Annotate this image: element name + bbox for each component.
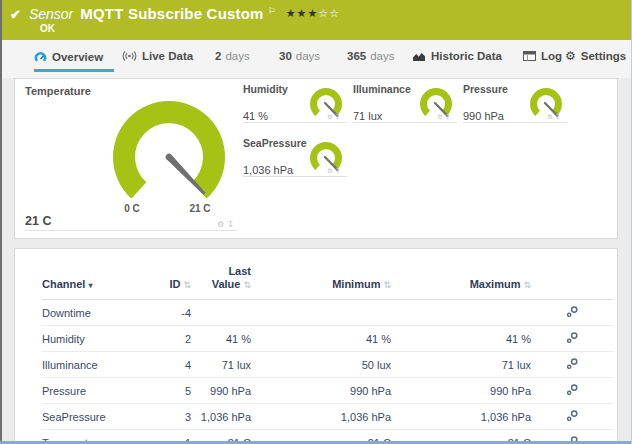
divider: [243, 122, 347, 123]
channel-settings-icon[interactable]: [566, 305, 579, 318]
channel-maximum: [391, 300, 531, 326]
table-header-row: Channel▾ ID⇅ LastValue⇅ Minimum⇅ Maximum…: [42, 265, 613, 300]
tab-label: 2: [215, 50, 221, 62]
gear-icon[interactable]: ⚙: [437, 113, 445, 121]
divider: [353, 122, 457, 123]
gauge-title: Temperature: [25, 85, 91, 97]
tab-historic-data[interactable]: Historic Data: [412, 50, 502, 62]
status-ok-check-icon: ✔: [10, 7, 21, 22]
channel-minimum: 1,036 hPa: [251, 404, 391, 430]
panel-actions[interactable]: ⚙↧: [547, 114, 562, 121]
gauge-title: SeaPressure: [243, 137, 307, 149]
download-icon[interactable]: ↧: [335, 167, 342, 175]
panel-actions[interactable]: ⚙↧: [437, 114, 452, 121]
priority-rating[interactable]: ★★★☆☆: [286, 7, 340, 20]
channel-settings-icon[interactable]: [566, 357, 579, 370]
sensor-overview-page: ✔ Sensor MQTT Subscribe Custom ⚐ ★★★☆☆ O…: [0, 0, 632, 444]
tab-suffix: days: [225, 50, 249, 62]
gear-icon[interactable]: ⚙: [217, 220, 227, 229]
tab-bar: Overview Live Data 2 days 30 days 365 da…: [2, 40, 632, 78]
tab-365-days[interactable]: 365 days: [347, 50, 394, 62]
gauge-icon: [34, 50, 47, 63]
area-chart-icon: [412, 51, 426, 62]
channel-last-value: 990 hPa: [191, 378, 251, 404]
panel-actions[interactable]: ⚙↧: [327, 168, 342, 175]
tab-live-data[interactable]: Live Data: [122, 50, 193, 62]
gauge-title: Humidity: [243, 83, 288, 95]
channel-minimum: 41 %: [251, 326, 391, 352]
channel-settings-icon[interactable]: [566, 383, 579, 396]
channel-last-value: 71 lux: [191, 352, 251, 378]
divider: [463, 122, 567, 123]
column-header-actions: [531, 265, 613, 300]
download-icon[interactable]: ↧: [227, 220, 237, 229]
gauge-title: Pressure: [463, 83, 508, 95]
tab-label: 365: [347, 50, 366, 62]
divider: [243, 176, 347, 177]
tab-2-days[interactable]: 2 days: [215, 50, 250, 62]
column-header-maximum[interactable]: Maximum⇅: [391, 265, 531, 300]
tab-log[interactable]: Log: [523, 50, 562, 62]
star-empty-icon[interactable]: ☆☆: [318, 7, 340, 19]
channel-name: Illuminance: [42, 352, 152, 378]
sensor-header: ✔ Sensor MQTT Subscribe Custom ⚐ ★★★☆☆ O…: [0, 0, 632, 40]
gear-icon[interactable]: ⚙: [327, 113, 335, 121]
table-row[interactable]: Illuminance 4 71 lux 50 lux 71 lux: [42, 352, 613, 378]
tab-label: Settings: [581, 50, 626, 62]
gauge-title: Illuminance: [353, 83, 411, 95]
channel-name: SeaPressure: [42, 404, 152, 430]
download-icon[interactable]: ↧: [555, 113, 562, 121]
table-row[interactable]: Downtime -4: [42, 300, 613, 326]
tab-label: Live Data: [142, 50, 193, 62]
gear-icon: ⚙: [565, 50, 576, 62]
tab-suffix: days: [370, 50, 394, 62]
priority-flag-icon: ⚐: [268, 6, 276, 16]
object-kind-label: Sensor: [29, 6, 73, 22]
channel-name: Humidity: [42, 326, 152, 352]
download-icon[interactable]: ↧: [445, 113, 452, 121]
channel-id: 2: [152, 326, 191, 352]
gauge-panel-illuminance: Illuminance 71 lux ⚙↧: [353, 83, 457, 129]
channel-name: Pressure: [42, 378, 152, 404]
channel-minimum: 50 lux: [251, 352, 391, 378]
active-tab-indicator: [34, 69, 114, 72]
column-header-channel[interactable]: Channel▾: [42, 265, 152, 300]
gauge-panel-pressure: Pressure 990 hPa ⚙↧: [463, 83, 567, 129]
star-filled-icon[interactable]: ★★★: [286, 7, 319, 19]
channel-name: Downtime: [42, 300, 152, 326]
sensor-title: MQTT Subscribe Custom: [80, 5, 263, 22]
column-header-minimum[interactable]: Minimum⇅: [251, 265, 391, 300]
temperature-gauge: [111, 99, 227, 215]
tab-label: 30: [279, 50, 292, 62]
table-row[interactable]: Pressure 5 990 hPa 990 hPa 990 hPa: [42, 378, 613, 404]
gear-icon[interactable]: ⚙: [327, 167, 335, 175]
table-row[interactable]: SeaPressure 3 1,036 hPa 1,036 hPa 1,036 …: [42, 404, 613, 430]
broadcast-icon: [122, 50, 137, 62]
tab-settings[interactable]: ⚙ Settings: [565, 50, 626, 62]
download-icon[interactable]: ↧: [335, 113, 342, 121]
channel-id: 5: [152, 378, 191, 404]
gauge-panel-seapressure: SeaPressure 1,036 hPa ⚙↧: [243, 137, 347, 183]
tab-label: Log: [541, 50, 562, 62]
gauge-scale-max: 21 C: [183, 203, 217, 214]
gear-icon[interactable]: ⚙: [547, 113, 555, 121]
column-header-id[interactable]: ID⇅: [152, 265, 191, 300]
table-icon: [523, 51, 536, 61]
channel-settings-icon[interactable]: [566, 331, 579, 344]
gauge-panel-humidity: Humidity 41 % ⚙↧: [243, 83, 347, 129]
gauge-current-value: 41 %: [243, 110, 268, 122]
tab-suffix: days: [296, 50, 320, 62]
status-badge: OK: [40, 23, 55, 34]
channel-settings-icon[interactable]: [566, 409, 579, 422]
channel-id: 3: [152, 404, 191, 430]
panel-actions[interactable]: ⚙↧: [327, 114, 342, 121]
tab-label: Historic Data: [431, 50, 502, 62]
channel-last-value: 1,036 hPa: [191, 404, 251, 430]
tab-30-days[interactable]: 30 days: [279, 50, 320, 62]
gauges-card: Temperature 0 C 21 C 21 C ⚙↧ Humidity 41…: [14, 78, 618, 239]
panel-actions[interactable]: ⚙↧: [217, 221, 237, 229]
column-header-last-value[interactable]: LastValue⇅: [191, 265, 251, 300]
tab-overview[interactable]: Overview: [34, 50, 103, 63]
channel-maximum: 71 lux: [391, 352, 531, 378]
table-row[interactable]: Humidity 2 41 % 41 % 41 %: [42, 326, 613, 352]
